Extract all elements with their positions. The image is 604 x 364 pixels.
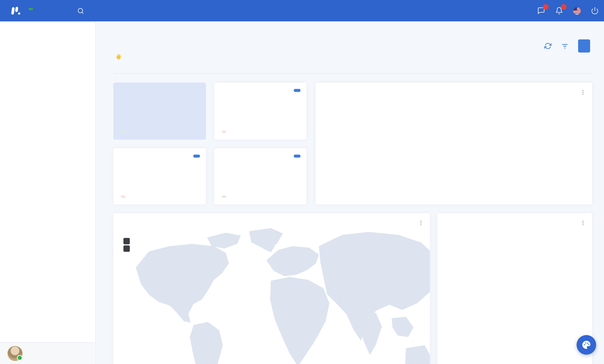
stat-card-bounce xyxy=(214,148,306,204)
more-menu-icon[interactable] xyxy=(580,220,586,226)
stat-title xyxy=(214,83,306,90)
stat-card-activity xyxy=(214,83,306,140)
source-card-title xyxy=(437,213,592,221)
language-flag-us-icon[interactable] xyxy=(573,7,581,14)
period-badge[interactable] xyxy=(294,155,301,158)
sidebar-user[interactable] xyxy=(0,342,95,364)
top-navbar xyxy=(0,0,604,21)
date-button[interactable] xyxy=(578,39,590,52)
main-content xyxy=(96,21,604,364)
filter-icon[interactable] xyxy=(561,42,568,50)
world-map[interactable] xyxy=(113,224,430,364)
delta-badge xyxy=(222,196,226,198)
stat-title xyxy=(113,148,206,156)
navbar-actions xyxy=(537,0,599,21)
search-icon xyxy=(77,7,84,14)
stat-value xyxy=(113,90,206,96)
analytics-dashboard-app xyxy=(0,0,604,364)
stat-card-visitors xyxy=(113,83,206,140)
delta-badge xyxy=(222,131,226,133)
messages-icon[interactable] xyxy=(537,7,545,15)
header-divider xyxy=(113,73,592,74)
pro-badge xyxy=(28,8,33,10)
stat-title xyxy=(113,83,206,90)
stat-value xyxy=(214,156,306,162)
power-sign-out-icon[interactable] xyxy=(591,7,599,15)
sidebar xyxy=(0,21,96,364)
period-badge[interactable] xyxy=(193,155,200,158)
theme-palette-fab[interactable] xyxy=(577,335,596,355)
period-badge[interactable] xyxy=(294,89,301,92)
brand-logo[interactable] xyxy=(11,6,33,16)
user-avatar xyxy=(8,346,23,361)
stat-title xyxy=(214,148,306,156)
stat-value xyxy=(214,90,306,96)
notifications-count-badge xyxy=(561,4,566,10)
header-actions xyxy=(544,39,590,52)
search-input[interactable] xyxy=(88,7,171,14)
page-subtitle xyxy=(113,54,122,60)
map-card-title xyxy=(113,213,430,221)
delta-badge xyxy=(121,131,125,133)
refresh-icon[interactable] xyxy=(544,42,552,50)
source-donut-chart[interactable] xyxy=(484,242,538,297)
wave-hand-icon xyxy=(115,54,122,60)
mira-logo-icon xyxy=(11,6,21,16)
messages-count-badge xyxy=(543,4,548,10)
delta-badge xyxy=(121,196,125,198)
realtime-map-card xyxy=(113,213,430,364)
mobile-desktop-chart-card xyxy=(315,83,592,204)
stat-value xyxy=(113,156,206,162)
navbar-search[interactable] xyxy=(77,7,171,14)
source-medium-card xyxy=(437,213,592,364)
stat-card-realtime xyxy=(113,148,206,204)
palette-icon xyxy=(581,340,591,350)
notifications-bell-icon[interactable] xyxy=(555,7,563,15)
mobile-desktop-bar-chart xyxy=(315,83,592,204)
